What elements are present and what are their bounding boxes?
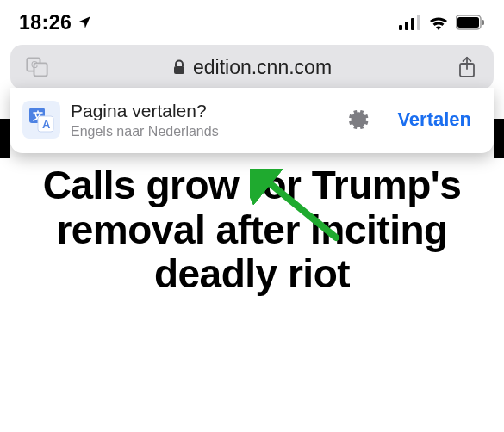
share-icon[interactable] [452,56,482,78]
google-translate-icon: A [22,101,60,139]
svg-rect-0 [399,25,402,30]
article-headline: Calls grow for Trump's removal after inc… [24,164,480,297]
status-left: 18:26 [19,11,92,34]
cellular-signal-icon [399,15,421,30]
svg-rect-6 [482,20,484,25]
address-bar-container: G edition.cnn.com [0,41,504,89]
translate-popup-text: Pagina vertalen? Engels naar Nederlands [71,100,339,139]
status-time: 18:26 [19,11,72,34]
svg-rect-2 [411,18,414,30]
svg-rect-5 [457,17,479,28]
translate-reader-icon[interactable]: G [22,52,52,82]
address-bar[interactable]: G edition.cnn.com [10,45,494,89]
battery-icon [456,15,485,30]
location-icon [77,15,92,30]
article-headline-container: Calls grow for Trump's removal after inc… [0,153,504,297]
lock-icon [172,59,186,75]
status-right [399,15,485,30]
wifi-icon [428,15,449,30]
svg-rect-10 [174,66,184,74]
url-text: edition.cnn.com [193,56,332,79]
popup-divider [383,100,383,139]
gear-icon[interactable] [339,108,377,132]
translate-popup: A Pagina vertalen? Engels naar Nederland… [10,88,494,153]
svg-rect-1 [405,22,408,30]
translate-popup-title: Pagina vertalen? [71,100,339,121]
svg-rect-3 [417,15,420,30]
status-bar: 18:26 [0,0,504,41]
svg-text:G: G [31,59,38,70]
svg-text:A: A [42,118,51,131]
translate-button[interactable]: Vertalen [387,108,485,131]
address-bar-url[interactable]: edition.cnn.com [60,56,444,79]
translate-popup-subtitle: Engels naar Nederlands [71,123,339,139]
